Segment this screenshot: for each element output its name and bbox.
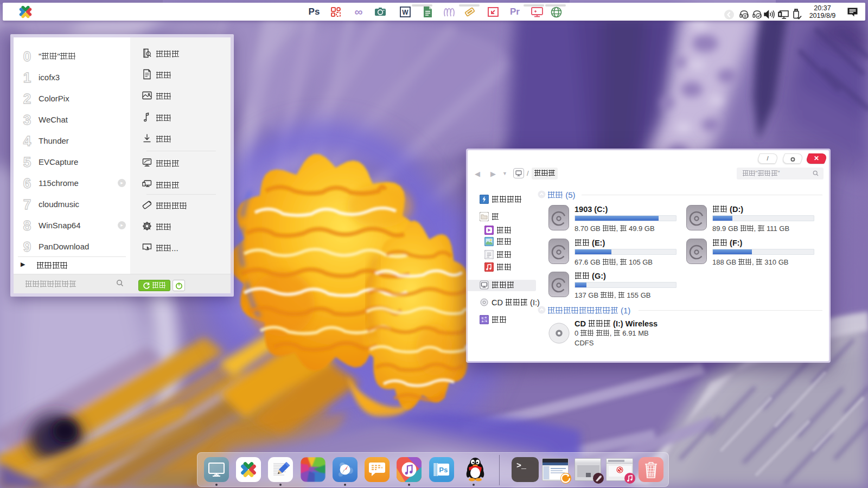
svg-text:W: W xyxy=(402,9,409,16)
svg-text:Ps: Ps xyxy=(439,466,448,474)
